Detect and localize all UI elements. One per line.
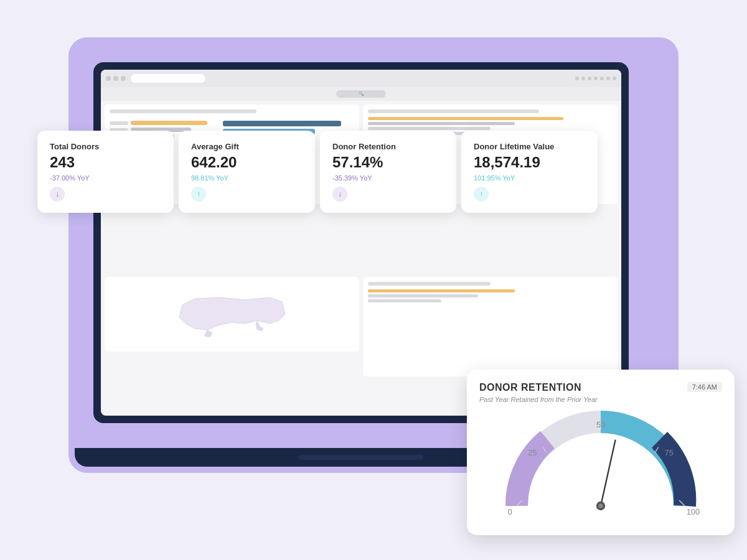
kpi-yoy-average-gift: 98.81% YoY <box>191 174 303 182</box>
kpi-value-total-donors: 243 <box>50 154 161 172</box>
nav-dot <box>594 77 598 80</box>
kpi-arrow-average-gift: ↑ <box>191 187 206 202</box>
right-mini-bars-br <box>368 289 613 302</box>
nav-dot <box>606 77 610 80</box>
chart-bottom-right <box>363 277 618 376</box>
gauge-title: DONOR RETENTION <box>479 382 581 393</box>
rmb <box>368 122 515 125</box>
gauge-label-0: 0 <box>508 508 512 516</box>
kpi-yoy-total-donors: -37.00% YoY <box>50 174 161 182</box>
kpi-title-donor-retention: Donor Retention <box>332 142 444 151</box>
browser-dot-1 <box>106 76 111 81</box>
bar-fill-dark <box>223 121 341 126</box>
browser-url-bar[interactable] <box>131 74 205 83</box>
kpi-value-lifetime-value: 18,574.19 <box>474 154 585 172</box>
kpi-card-donor-retention: Donor Retention 57.14% -35.39% YoY ↓ <box>320 131 456 213</box>
kpi-value-donor-retention: 57.14% <box>332 154 444 172</box>
gauge-card: DONOR RETENTION 7:46 AM Past Year Retain… <box>467 370 735 535</box>
rmb <box>368 127 491 130</box>
gauge-time: 7:46 AM <box>687 382 722 392</box>
screen-inner: 🔍 <box>101 70 621 416</box>
gauge-container: 0 25 50 75 100 <box>479 411 722 523</box>
nav-dot <box>575 77 579 80</box>
scene: 🔍 <box>31 12 716 548</box>
bar-fill <box>131 121 207 125</box>
kpi-card-total-donors: Total Donors 243 -37.00% YoY ↓ <box>37 131 174 213</box>
svg-point-0 <box>539 444 662 523</box>
gauge-label-25: 25 <box>528 449 537 457</box>
kpi-title-total-donors: Total Donors <box>50 142 161 151</box>
kpi-arrow-donor-retention: ↓ <box>332 187 347 202</box>
map-chart <box>105 277 359 352</box>
kpi-arrow-lifetime-value: ↑ <box>474 187 489 202</box>
bar-label <box>110 121 128 125</box>
browser-bar <box>101 70 621 87</box>
kpi-cards-container: Total Donors 243 -37.00% YoY ↓ Average G… <box>37 131 598 213</box>
rmb <box>368 299 441 302</box>
gauge-label-100: 100 <box>687 508 700 516</box>
bar-row <box>223 121 354 126</box>
browser-dot-2 <box>113 76 118 81</box>
nav-dot <box>588 77 591 80</box>
browser-dot-3 <box>121 76 126 81</box>
kpi-value-average-gift: 642.20 <box>191 154 303 172</box>
rmb <box>368 289 515 292</box>
kpi-yoy-donor-retention: -35.39% YoY <box>332 174 444 182</box>
chart-header-bar <box>110 110 256 113</box>
browser-toolbar: 🔍 <box>101 87 621 101</box>
gauge-needle-inner <box>598 503 603 508</box>
gauge-subtitle: Past Year Retained from the Prior Year <box>479 396 722 403</box>
kpi-card-lifetime-value: Donor Lifetime Value 18,574.19 101.95% Y… <box>461 131 598 213</box>
kpi-arrow-total-donors: ↓ <box>50 187 65 202</box>
nav-dot <box>613 77 616 80</box>
nav-dot <box>581 77 585 80</box>
chart-header-right <box>368 110 539 113</box>
search-bar[interactable]: 🔍 <box>336 90 386 98</box>
chart-header-br <box>368 282 491 286</box>
kpi-title-average-gift: Average Gift <box>191 142 303 151</box>
gauge-header: DONOR RETENTION 7:46 AM <box>479 382 722 393</box>
nav-dot <box>600 77 604 80</box>
kpi-yoy-lifetime-value: 101.95% YoY <box>474 174 585 182</box>
rmb <box>368 117 563 120</box>
browser-nav <box>575 77 616 80</box>
map-svg <box>170 286 294 342</box>
bar-row <box>110 121 219 125</box>
gauge-svg: 0 25 50 75 100 <box>482 411 719 523</box>
kpi-card-average-gift: Average Gift 642.20 98.81% YoY ↑ <box>179 131 315 213</box>
gauge-label-75: 75 <box>665 449 674 457</box>
rmb <box>368 294 478 297</box>
laptop-hinge <box>299 455 423 460</box>
laptop-screen: 🔍 <box>93 62 629 423</box>
kpi-title-lifetime-value: Donor Lifetime Value <box>474 142 585 151</box>
